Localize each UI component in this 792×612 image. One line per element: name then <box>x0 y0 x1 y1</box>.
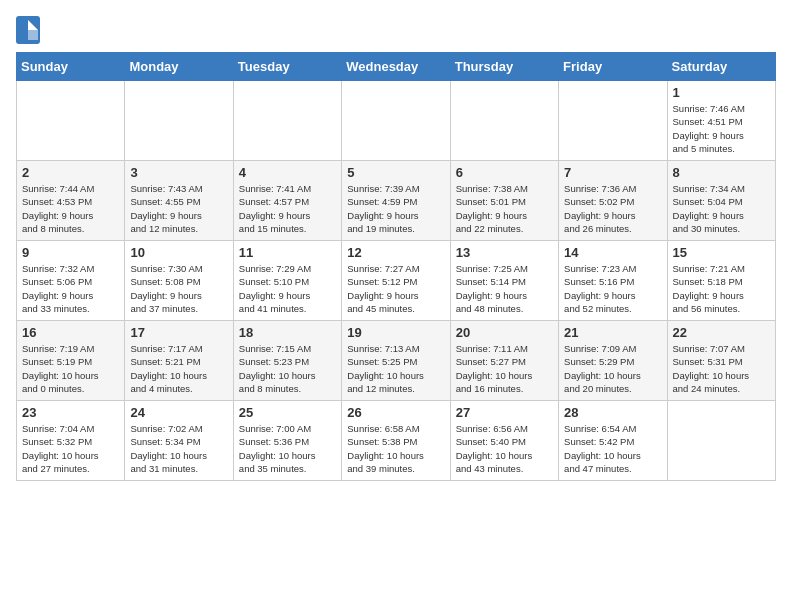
day-number: 17 <box>130 325 227 340</box>
calendar-cell: 12Sunrise: 7:27 AM Sunset: 5:12 PM Dayli… <box>342 241 450 321</box>
calendar-cell <box>342 81 450 161</box>
day-number: 13 <box>456 245 553 260</box>
calendar-cell: 5Sunrise: 7:39 AM Sunset: 4:59 PM Daylig… <box>342 161 450 241</box>
day-number: 12 <box>347 245 444 260</box>
calendar-cell <box>17 81 125 161</box>
day-info: Sunrise: 7:13 AM Sunset: 5:25 PM Dayligh… <box>347 342 444 395</box>
day-number: 26 <box>347 405 444 420</box>
day-number: 4 <box>239 165 336 180</box>
day-info: Sunrise: 7:30 AM Sunset: 5:08 PM Dayligh… <box>130 262 227 315</box>
weekday-header-row: SundayMondayTuesdayWednesdayThursdayFrid… <box>17 53 776 81</box>
calendar-cell: 26Sunrise: 6:58 AM Sunset: 5:38 PM Dayli… <box>342 401 450 481</box>
day-info: Sunrise: 7:19 AM Sunset: 5:19 PM Dayligh… <box>22 342 119 395</box>
day-number: 14 <box>564 245 661 260</box>
weekday-header-wednesday: Wednesday <box>342 53 450 81</box>
calendar-cell: 13Sunrise: 7:25 AM Sunset: 5:14 PM Dayli… <box>450 241 558 321</box>
calendar-table: SundayMondayTuesdayWednesdayThursdayFrid… <box>16 52 776 481</box>
calendar-cell: 23Sunrise: 7:04 AM Sunset: 5:32 PM Dayli… <box>17 401 125 481</box>
calendar-cell: 28Sunrise: 6:54 AM Sunset: 5:42 PM Dayli… <box>559 401 667 481</box>
day-info: Sunrise: 7:46 AM Sunset: 4:51 PM Dayligh… <box>673 102 770 155</box>
day-info: Sunrise: 7:07 AM Sunset: 5:31 PM Dayligh… <box>673 342 770 395</box>
day-info: Sunrise: 7:36 AM Sunset: 5:02 PM Dayligh… <box>564 182 661 235</box>
calendar-cell: 14Sunrise: 7:23 AM Sunset: 5:16 PM Dayli… <box>559 241 667 321</box>
calendar-cell: 11Sunrise: 7:29 AM Sunset: 5:10 PM Dayli… <box>233 241 341 321</box>
calendar-cell: 3Sunrise: 7:43 AM Sunset: 4:55 PM Daylig… <box>125 161 233 241</box>
calendar-cell: 17Sunrise: 7:17 AM Sunset: 5:21 PM Dayli… <box>125 321 233 401</box>
day-number: 8 <box>673 165 770 180</box>
day-info: Sunrise: 7:17 AM Sunset: 5:21 PM Dayligh… <box>130 342 227 395</box>
calendar-cell: 9Sunrise: 7:32 AM Sunset: 5:06 PM Daylig… <box>17 241 125 321</box>
day-info: Sunrise: 7:29 AM Sunset: 5:10 PM Dayligh… <box>239 262 336 315</box>
calendar-cell <box>450 81 558 161</box>
weekday-header-thursday: Thursday <box>450 53 558 81</box>
calendar-cell <box>559 81 667 161</box>
day-number: 18 <box>239 325 336 340</box>
calendar-cell <box>667 401 775 481</box>
weekday-header-saturday: Saturday <box>667 53 775 81</box>
calendar-cell: 20Sunrise: 7:11 AM Sunset: 5:27 PM Dayli… <box>450 321 558 401</box>
weekday-header-friday: Friday <box>559 53 667 81</box>
calendar-cell: 21Sunrise: 7:09 AM Sunset: 5:29 PM Dayli… <box>559 321 667 401</box>
day-number: 25 <box>239 405 336 420</box>
day-info: Sunrise: 7:00 AM Sunset: 5:36 PM Dayligh… <box>239 422 336 475</box>
svg-marker-2 <box>28 30 38 40</box>
day-number: 2 <box>22 165 119 180</box>
day-info: Sunrise: 7:25 AM Sunset: 5:14 PM Dayligh… <box>456 262 553 315</box>
day-info: Sunrise: 7:41 AM Sunset: 4:57 PM Dayligh… <box>239 182 336 235</box>
day-number: 27 <box>456 405 553 420</box>
day-info: Sunrise: 7:43 AM Sunset: 4:55 PM Dayligh… <box>130 182 227 235</box>
day-info: Sunrise: 6:56 AM Sunset: 5:40 PM Dayligh… <box>456 422 553 475</box>
page-header <box>16 16 776 44</box>
week-row-1: 1Sunrise: 7:46 AM Sunset: 4:51 PM Daylig… <box>17 81 776 161</box>
day-info: Sunrise: 7:21 AM Sunset: 5:18 PM Dayligh… <box>673 262 770 315</box>
day-number: 16 <box>22 325 119 340</box>
day-info: Sunrise: 7:32 AM Sunset: 5:06 PM Dayligh… <box>22 262 119 315</box>
calendar-cell <box>125 81 233 161</box>
calendar-cell: 4Sunrise: 7:41 AM Sunset: 4:57 PM Daylig… <box>233 161 341 241</box>
calendar-cell <box>233 81 341 161</box>
day-number: 5 <box>347 165 444 180</box>
calendar-cell: 16Sunrise: 7:19 AM Sunset: 5:19 PM Dayli… <box>17 321 125 401</box>
day-info: Sunrise: 7:44 AM Sunset: 4:53 PM Dayligh… <box>22 182 119 235</box>
day-info: Sunrise: 7:04 AM Sunset: 5:32 PM Dayligh… <box>22 422 119 475</box>
day-number: 3 <box>130 165 227 180</box>
day-info: Sunrise: 7:34 AM Sunset: 5:04 PM Dayligh… <box>673 182 770 235</box>
day-number: 21 <box>564 325 661 340</box>
calendar-cell: 24Sunrise: 7:02 AM Sunset: 5:34 PM Dayli… <box>125 401 233 481</box>
day-info: Sunrise: 7:15 AM Sunset: 5:23 PM Dayligh… <box>239 342 336 395</box>
week-row-2: 2Sunrise: 7:44 AM Sunset: 4:53 PM Daylig… <box>17 161 776 241</box>
day-number: 7 <box>564 165 661 180</box>
calendar-cell: 18Sunrise: 7:15 AM Sunset: 5:23 PM Dayli… <box>233 321 341 401</box>
calendar-cell: 19Sunrise: 7:13 AM Sunset: 5:25 PM Dayli… <box>342 321 450 401</box>
calendar-cell: 25Sunrise: 7:00 AM Sunset: 5:36 PM Dayli… <box>233 401 341 481</box>
week-row-5: 23Sunrise: 7:04 AM Sunset: 5:32 PM Dayli… <box>17 401 776 481</box>
day-info: Sunrise: 6:58 AM Sunset: 5:38 PM Dayligh… <box>347 422 444 475</box>
day-number: 1 <box>673 85 770 100</box>
day-number: 10 <box>130 245 227 260</box>
logo-icon <box>16 16 40 44</box>
day-number: 11 <box>239 245 336 260</box>
calendar-cell: 10Sunrise: 7:30 AM Sunset: 5:08 PM Dayli… <box>125 241 233 321</box>
week-row-4: 16Sunrise: 7:19 AM Sunset: 5:19 PM Dayli… <box>17 321 776 401</box>
day-info: Sunrise: 7:09 AM Sunset: 5:29 PM Dayligh… <box>564 342 661 395</box>
day-info: Sunrise: 6:54 AM Sunset: 5:42 PM Dayligh… <box>564 422 661 475</box>
day-number: 9 <box>22 245 119 260</box>
day-number: 6 <box>456 165 553 180</box>
calendar-cell: 8Sunrise: 7:34 AM Sunset: 5:04 PM Daylig… <box>667 161 775 241</box>
day-number: 20 <box>456 325 553 340</box>
calendar-cell: 27Sunrise: 6:56 AM Sunset: 5:40 PM Dayli… <box>450 401 558 481</box>
calendar-cell: 1Sunrise: 7:46 AM Sunset: 4:51 PM Daylig… <box>667 81 775 161</box>
day-info: Sunrise: 7:39 AM Sunset: 4:59 PM Dayligh… <box>347 182 444 235</box>
day-info: Sunrise: 7:11 AM Sunset: 5:27 PM Dayligh… <box>456 342 553 395</box>
weekday-header-tuesday: Tuesday <box>233 53 341 81</box>
calendar-cell: 2Sunrise: 7:44 AM Sunset: 4:53 PM Daylig… <box>17 161 125 241</box>
day-number: 22 <box>673 325 770 340</box>
day-info: Sunrise: 7:27 AM Sunset: 5:12 PM Dayligh… <box>347 262 444 315</box>
day-number: 23 <box>22 405 119 420</box>
calendar-cell: 15Sunrise: 7:21 AM Sunset: 5:18 PM Dayli… <box>667 241 775 321</box>
weekday-header-monday: Monday <box>125 53 233 81</box>
day-number: 15 <box>673 245 770 260</box>
day-number: 19 <box>347 325 444 340</box>
calendar-cell: 7Sunrise: 7:36 AM Sunset: 5:02 PM Daylig… <box>559 161 667 241</box>
weekday-header-sunday: Sunday <box>17 53 125 81</box>
